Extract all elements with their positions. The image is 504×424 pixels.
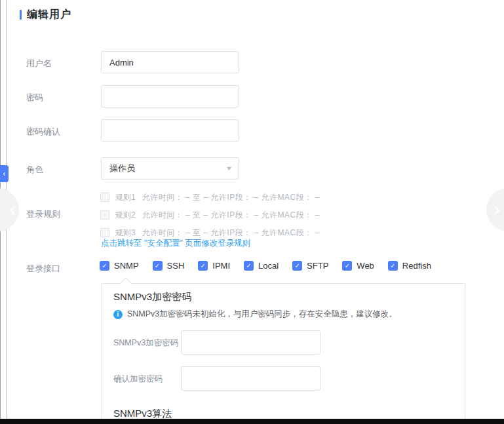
checkbox-checked-icon: ✓ xyxy=(198,261,208,271)
interface-checkbox-snmp[interactable]: ✓ SNMP xyxy=(100,261,139,271)
check-icon: ✓ xyxy=(345,262,350,269)
rule-detail: 允许时间： – 至 – 允许IP段： – 允许MAC段： – xyxy=(142,210,320,221)
checkbox-unchecked-icon[interactable] xyxy=(100,193,109,202)
checkbox-unchecked-icon[interactable] xyxy=(100,210,109,220)
snmpv3-password-label: SNMPv3加密密码 xyxy=(113,337,178,349)
security-config-link[interactable]: 点击跳转至 "安全配置" 页面修改登录规则 xyxy=(101,238,250,249)
username-label: 用户名 xyxy=(26,58,52,69)
snmpv3-notice: i SNMPv3加密密码未初始化，与用户密码同步，存在安全隐患，建议修改。 xyxy=(113,309,397,320)
interface-checkbox-ssh[interactable]: ✓ SSH xyxy=(153,261,185,271)
info-icon: i xyxy=(113,310,123,319)
chevron-down-icon: ▼ xyxy=(225,165,233,172)
interface-label: SFTP xyxy=(307,261,328,271)
rule-name: 规则1 xyxy=(115,192,136,203)
chevron-left-icon: ‹ xyxy=(9,199,16,219)
interface-label: SNMP xyxy=(114,261,139,271)
snmpv3-panel-title: SNMPv3加密密码 xyxy=(113,291,191,303)
snmpv3-notice-text: SNMPv3加密密码未初始化，与用户密码同步，存在安全隐患，建议修改。 xyxy=(127,309,397,320)
rule-detail: 允许时间： – 至 – 允许IP段： – 允许MAC段： – xyxy=(142,192,320,203)
login-rule-row[interactable]: 规则1 允许时间： – 至 – 允许IP段： – 允许MAC段： – xyxy=(100,192,320,202)
rule-name: 规则2 xyxy=(115,210,136,221)
check-icon: ✓ xyxy=(102,262,107,269)
interface-label: IPMI xyxy=(212,261,230,271)
snmpv3-confirm-password-input[interactable] xyxy=(181,366,320,391)
password-input[interactable] xyxy=(101,85,239,107)
interface-checkbox-redfish[interactable]: ✓ Redfish xyxy=(388,261,431,271)
checkbox-checked-icon: ✓ xyxy=(244,261,254,271)
checkbox-unchecked-icon[interactable] xyxy=(100,228,109,237)
interface-label: SSH xyxy=(167,261,185,271)
edit-user-page: 编辑用户 用户名 密码 密码确认 角色 操作员 ▼ 登录规则 规则1 允许时间：… xyxy=(0,0,504,424)
role-select[interactable]: 操作员 ▼ xyxy=(101,157,239,180)
login-rule-row[interactable]: 规则2 允许时间： – 至 – 允许IP段： – 允许MAC段： – xyxy=(100,210,320,220)
check-icon: ✓ xyxy=(155,262,160,269)
interface-checkbox-local[interactable]: ✓ Local xyxy=(244,261,279,271)
checkbox-checked-icon: ✓ xyxy=(153,261,163,271)
interface-checkbox-web[interactable]: ✓ Web xyxy=(342,261,374,271)
password-confirm-input[interactable] xyxy=(101,119,239,142)
role-selected-value: 操作员 xyxy=(109,163,135,174)
chevron-left-icon: ‹ xyxy=(3,169,6,178)
check-icon: ✓ xyxy=(246,262,251,269)
carousel-prev-button[interactable]: ‹ xyxy=(0,188,19,231)
interface-checkbox-sftp[interactable]: ✓ SFTP xyxy=(292,261,328,271)
login-interfaces-label: 登录接口 xyxy=(26,263,60,275)
panel-notch xyxy=(121,278,132,289)
username-input[interactable] xyxy=(101,51,239,73)
checkbox-checked-icon: ✓ xyxy=(292,261,302,271)
password-label: 密码 xyxy=(26,92,43,104)
carousel-next-button[interactable]: › xyxy=(486,188,504,231)
page-header: 编辑用户 xyxy=(20,8,71,22)
checkbox-checked-icon: ✓ xyxy=(388,261,398,271)
snmpv3-confirm-password-label: 确认加密密码 xyxy=(113,374,163,385)
password-confirm-label: 密码确认 xyxy=(26,126,60,138)
page-title: 编辑用户 xyxy=(27,8,71,22)
bottom-taskbar-edge xyxy=(0,419,504,424)
interface-label: Local xyxy=(258,261,279,271)
title-accent-bar xyxy=(20,10,22,20)
role-label: 角色 xyxy=(26,164,43,176)
rule-name: 规则3 xyxy=(115,227,136,239)
check-icon: ✓ xyxy=(294,262,300,269)
interface-label: Redfish xyxy=(402,261,431,271)
chevron-right-icon: › xyxy=(494,199,500,219)
interface-label: Web xyxy=(357,261,374,271)
check-icon: ✓ xyxy=(201,262,206,269)
snmpv3-password-input[interactable] xyxy=(181,330,320,355)
login-rules-list: 规则1 允许时间： – 至 – 允许IP段： – 允许MAC段： – 规则2 允… xyxy=(100,192,320,245)
interface-checkbox-ipmi[interactable]: ✓ IPMI xyxy=(198,261,230,271)
checkbox-checked-icon: ✓ xyxy=(342,261,352,271)
login-rule-row[interactable]: 规则3 允许时间： – 至 – 允许IP段： – 允许MAC段： – xyxy=(100,227,320,238)
snmpv3-panel: SNMPv3加密密码 i SNMPv3加密密码未初始化，与用户密码同步，存在安全… xyxy=(102,283,465,424)
check-icon: ✓ xyxy=(390,262,395,269)
checkbox-checked-icon: ✓ xyxy=(100,261,109,271)
sidebar-collapse-tab[interactable]: ‹ xyxy=(0,165,9,182)
login-interfaces-group: ✓ SNMP ✓ SSH ✓ IPMI ✓ Local ✓ SFTP ✓ Web… xyxy=(100,261,431,271)
login-rules-label: 登录规则 xyxy=(26,208,60,220)
rule-detail: 允许时间： – 至 – 允许IP段： – 允许MAC段： – xyxy=(142,227,320,239)
